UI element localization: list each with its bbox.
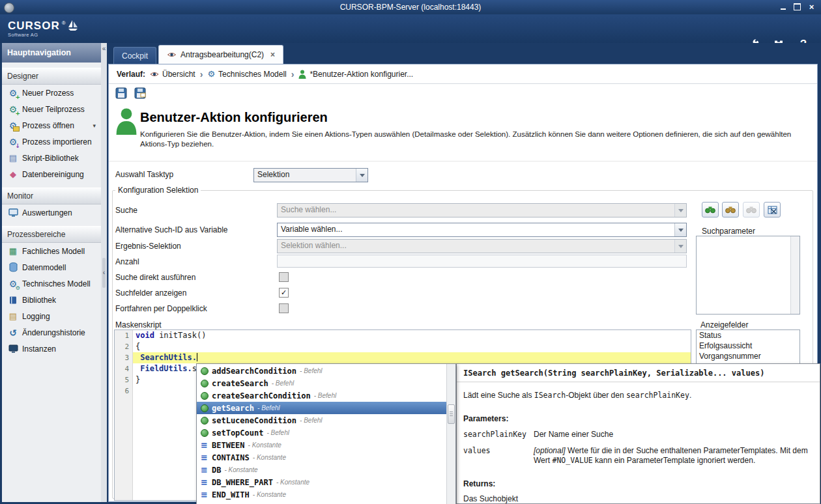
sidebar-item-datenmodell[interactable]: Datenmodell [2, 259, 101, 275]
search-edit-button[interactable] [743, 202, 760, 217]
group-label: Konfiguration Selektion [115, 186, 201, 195]
fortfahren-checkbox[interactable] [279, 303, 289, 313]
line-number-gutter: 1 2 3 4 5 6 [115, 330, 133, 500]
sidebar-item-auswertungen[interactable]: Auswertungen [2, 204, 101, 221]
anzahl-input[interactable] [277, 255, 687, 268]
autocomplete-item[interactable]: createSearch- Befehl [197, 377, 447, 389]
breadcrumb-technisches-modell[interactable]: ⚙ Technisches Modell [207, 70, 286, 79]
instances-icon [8, 344, 18, 354]
sidebar-item-bibliothek[interactable]: Bibliothek [2, 292, 101, 308]
business-model-icon: ▦ [8, 246, 18, 257]
titlebar: CURSOR-BPM-Server (localhost:18443) × [0, 0, 821, 14]
page-title: Benutzer-Aktion konfigurieren [140, 110, 328, 125]
dropdown-arrow-icon[interactable] [356, 169, 367, 182]
sidebar-item-instanzen[interactable]: Instanzen [2, 341, 101, 357]
autocomplete-item[interactable]: addSearchCondition- Befehl [197, 365, 447, 377]
save-as-icon [134, 87, 146, 99]
dropdown-arrow-icon[interactable] [674, 240, 686, 253]
autocomplete-item[interactable]: setTopCount- Befehl [197, 427, 447, 439]
minimize-button[interactable] [777, 2, 789, 12]
cursor-logo: CURSOR ® Software AG [8, 20, 78, 38]
tab-close-icon[interactable]: × [270, 50, 275, 59]
returns-heading: Returns: [463, 479, 813, 488]
script-library-icon: ▤ [8, 153, 18, 163]
breadcrumb-benutzer-aktion[interactable]: *Benutzer-Aktion konfigurier... [298, 70, 413, 79]
text-caret [197, 353, 197, 361]
app-window: CURSOR-BPM-Server (localhost:18443) × CU… [0, 0, 821, 504]
search-clear-button[interactable] [764, 202, 781, 217]
autocomplete-item[interactable]: createSearchCondition- Befehl [197, 389, 447, 402]
list-item[interactable]: Erfolgsaussicht [697, 341, 799, 351]
sidebar-item-technisches-modell[interactable]: ⚙⚙ Technisches Modell [2, 275, 101, 292]
dropdown-arrow-icon[interactable] [674, 223, 686, 236]
autocomplete-item[interactable]: ≡ END_WITH- Konstante [197, 488, 447, 501]
breadcrumb-uebersicht[interactable]: Übersicht [150, 70, 195, 79]
sidebar-splitter[interactable]: « ‹ [101, 43, 107, 502]
collapse-sidebar-icon[interactable]: « [101, 45, 107, 53]
befehl-icon [200, 416, 209, 425]
suche-direkt-checkbox[interactable] [279, 272, 289, 282]
such-id-select[interactable]: Variable wählen... [277, 223, 687, 237]
autocomplete-item[interactable]: ≡ CONTAINS- Konstante [197, 451, 447, 464]
search-open-button[interactable] [722, 202, 739, 217]
suchfelder-checkbox[interactable]: ✓ [279, 288, 289, 298]
chevron-down-icon[interactable]: ▾ [93, 122, 96, 129]
save-button[interactable] [114, 86, 128, 100]
konstante-icon: ≡ [200, 466, 209, 474]
close-button[interactable]: × [805, 2, 818, 12]
tasktype-label: Auswahl Tasktyp [115, 169, 173, 180]
tab-cockpit[interactable]: Cockpit [113, 47, 156, 64]
maximize-button[interactable] [791, 2, 803, 12]
sidebar-item-prozess-importieren[interactable]: ⚙↓ Prozess importieren [2, 133, 101, 150]
sidebar-item-datenbereinigung[interactable]: ◆ Datenbereinigung [2, 166, 101, 182]
process-open-icon: ⚙ [8, 120, 18, 131]
sidebar-section-prozessbereiche: Prozessbereiche [2, 226, 101, 243]
tab-antragsbearbeitung[interactable]: Antragsbearbeitung(C2) × [158, 45, 283, 64]
dropdown-arrow-icon[interactable] [674, 204, 686, 217]
minimize-icon [781, 8, 786, 10]
autocomplete-item[interactable]: ≡ BETWEEN- Konstante [197, 439, 447, 451]
list-item[interactable]: Status [697, 330, 799, 341]
tasktype-select[interactable]: Selektion [253, 168, 368, 182]
scrollbar-thumb[interactable] [448, 404, 455, 424]
list-item[interactable]: Vorgangsnummer [697, 351, 799, 361]
sidebar: Hauptnavigation Designer ⚙+ Neuer Prozes… [2, 43, 101, 502]
autocomplete-list: addSearchCondition- Befehl createSearch-… [197, 365, 447, 504]
search-new-button[interactable] [702, 202, 719, 217]
collapse-arrow-icon[interactable]: ‹ [101, 269, 107, 277]
code-line: void initTask() [133, 330, 691, 341]
maximize-icon [794, 3, 801, 10]
binoculars-edit-icon [746, 206, 756, 214]
befehl-icon [200, 404, 209, 412]
sidebar-item-neuer-prozess[interactable]: ⚙+ Neuer Prozess [2, 85, 101, 101]
sidebar-item-fachliches-modell[interactable]: ▦ Fachliches Modell [2, 243, 101, 259]
sidebar-item-logging[interactable]: ▤ Logging [2, 308, 101, 324]
sailboat-icon [68, 20, 78, 31]
suche-select[interactable]: Suche wählen... [277, 203, 687, 217]
scrollbar[interactable] [790, 236, 799, 314]
ergebnis-select[interactable]: Selektion wählen... [277, 239, 687, 253]
library-icon [8, 295, 18, 305]
history-icon: ↺ [8, 328, 18, 338]
suche-direkt-label: Suche direkt ausführen [115, 272, 195, 283]
save-as-button[interactable] [133, 86, 147, 100]
page-title-icon [115, 107, 137, 137]
scrollbar[interactable] [446, 364, 455, 504]
autocomplete-item-selected[interactable]: getSearch- Befehl [197, 402, 447, 414]
table-remove-icon [768, 206, 777, 214]
sidebar-item-skript-bibliothek[interactable]: ▤ Skript-Bibliothek [2, 150, 101, 166]
check-icon: ✓ [281, 289, 287, 296]
eye-icon [167, 51, 177, 58]
sidebar-item-neuer-teilprozess[interactable]: ⚙+ Neuer Teilprozess [2, 101, 101, 117]
param-row: values [optional] Werte für die in der S… [463, 446, 813, 466]
sidebar-item-prozess-oeffnen[interactable]: ⚙ Prozess öffnen ▾ [2, 117, 101, 133]
autocomplete-popup: addSearchCondition- Befehl createSearch-… [196, 363, 456, 504]
tab-bar: Cockpit Antragsbearbeitung(C2) × [107, 43, 819, 64]
suchparameter-listbox[interactable] [696, 236, 800, 315]
autocomplete-item[interactable]: ≡ DB_WHERE_PART- Konstante [197, 476, 447, 488]
sidebar-item-aenderungshistorie[interactable]: ↺ Änderungshistorie [2, 324, 101, 341]
autocomplete-item[interactable]: ≡ DB- Konstante [197, 464, 447, 476]
doc-popup: ISearch getSearch(String searchPlainKey,… [456, 363, 820, 504]
divider [457, 382, 820, 382]
autocomplete-item[interactable]: setLuceneCondition- Befehl [197, 414, 447, 427]
